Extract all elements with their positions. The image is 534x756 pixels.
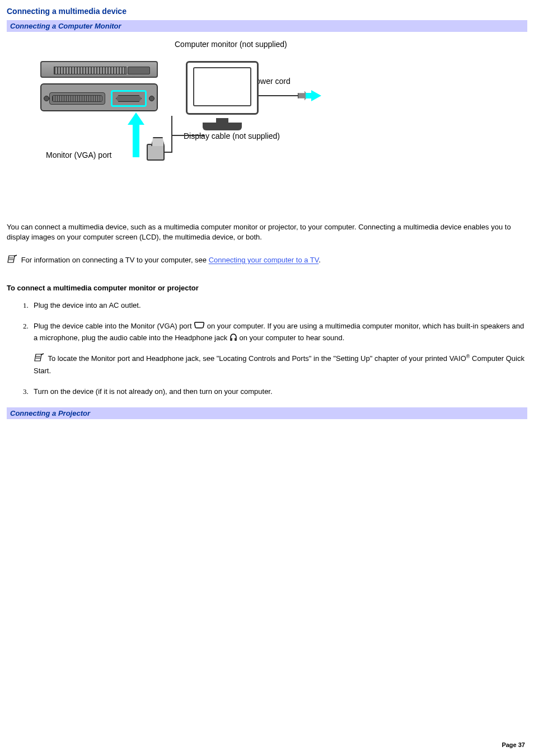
- headphone-icon: [229, 332, 237, 345]
- section-heading-connecting-monitor: Connecting a Computer Monitor: [7, 20, 527, 32]
- power-cord-graphic: [259, 90, 331, 101]
- vga-port-highlight: [111, 90, 147, 107]
- laptop-rear-view: [40, 61, 158, 78]
- label-computer-monitor: Computer monitor (not supplied): [175, 40, 287, 49]
- step-1-text: Plug the device into an AC outlet.: [34, 301, 141, 309]
- label-display-cable: Display cable (not supplied): [184, 132, 280, 140]
- step-1: Plug the device into an AC outlet.: [30, 300, 527, 311]
- step-2-text-a: Plug the device cable into the Monitor (…: [34, 322, 194, 330]
- step-2-text-c: on your computer to hear sound.: [239, 334, 344, 342]
- external-monitor: [186, 61, 259, 123]
- vga-port-icon: [194, 321, 205, 332]
- vga-connector: [147, 144, 165, 161]
- intro-paragraph: You can connect a multimedia device, suc…: [7, 222, 527, 242]
- link-connecting-tv[interactable]: Connecting your computer to a TV: [209, 256, 319, 265]
- step-2-note-a: To locate the Monitor port and Headphone…: [48, 355, 466, 363]
- step-3-text: Turn on the device (if it is not already…: [34, 387, 273, 396]
- note-text-after: .: [318, 256, 321, 265]
- step-2: Plug the device cable into the Monitor (…: [30, 321, 527, 376]
- note-tv-connection: For information on connecting a TV to yo…: [7, 255, 527, 267]
- port-replicator-panel: [40, 83, 158, 111]
- page-number: Page 37: [502, 741, 525, 748]
- procedure-steps: Plug the device into an AC outlet. Plug …: [30, 300, 527, 397]
- step-3: Turn on the device (if it is not already…: [30, 386, 527, 397]
- arrow-into-port: [128, 112, 144, 157]
- step-2-note: To locate the Monitor port and Headphone…: [34, 353, 527, 376]
- diagram-connecting-monitor: Computer monitor (not supplied) Power co…: [35, 49, 348, 183]
- page-title: Connecting a multimedia device: [7, 7, 527, 16]
- section-heading-connecting-projector: Connecting a Projector: [7, 407, 527, 419]
- procedure-heading: To connect a multimedia computer monitor…: [7, 284, 527, 292]
- note-icon: [34, 353, 46, 365]
- note-icon: [7, 255, 19, 267]
- label-vga-port: Monitor (VGA) port: [46, 151, 111, 159]
- note-text-before: For information on connecting a TV to yo…: [21, 256, 209, 265]
